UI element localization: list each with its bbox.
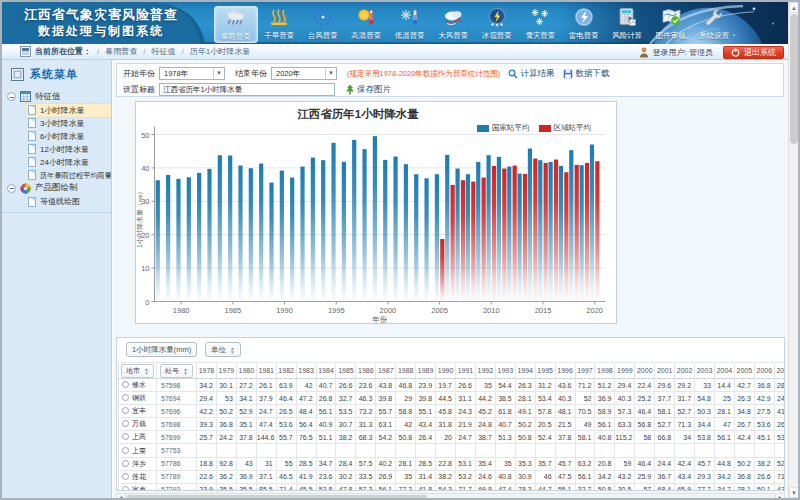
toolbar-item-map-review[interactable]: 图件审核 xyxy=(649,6,693,43)
toolbar-item-high-temp[interactable]: 高温普查 xyxy=(345,6,389,43)
toolbar-item-drought[interactable]: 干旱普查 xyxy=(258,6,302,43)
column-header-year[interactable]: 1990 xyxy=(436,363,456,379)
column-header-year[interactable]: 1995 xyxy=(535,363,555,379)
column-header-year[interactable]: 1986 xyxy=(356,363,376,379)
legend-label[interactable]: 区域站平均 xyxy=(554,123,592,133)
breadcrumb-item[interactable]: 暴雨普查 xyxy=(105,47,137,56)
row-radio-button[interactable] xyxy=(122,473,129,480)
scroll-down-arrow-icon[interactable]: ▼ xyxy=(789,487,799,498)
tree-group-product-mapping[interactable]: 产品图绘制 xyxy=(2,182,111,196)
station-name-cell[interactable]: 宜丰 xyxy=(119,405,157,418)
legend-chip[interactable] xyxy=(477,125,489,132)
station-name-cell[interactable]: 铜鼓 xyxy=(119,392,157,405)
legend-chip[interactable] xyxy=(539,125,551,132)
column-header-year[interactable]: 2003 xyxy=(695,363,715,379)
tree-item[interactable]: 历年暴雨过程平均雨量 xyxy=(26,169,111,182)
column-header-year[interactable]: 1989 xyxy=(416,363,436,379)
station-name-cell[interactable]: 宜春 xyxy=(119,483,157,490)
column-header-year[interactable]: 2004 xyxy=(714,363,734,379)
row-radio-button[interactable] xyxy=(122,394,129,401)
column-header-year[interactable]: 1988 xyxy=(396,363,416,379)
station-name-cell[interactable]: 萍乡 xyxy=(119,457,157,470)
logout-button[interactable]: 退出系统 xyxy=(723,46,784,59)
legend-label[interactable]: 国家站平均 xyxy=(492,123,530,133)
column-header-year[interactable]: 1979 xyxy=(216,363,236,379)
start-year-select[interactable]: 1978年▼ xyxy=(159,67,225,80)
scroll-left-arrow-icon[interactable]: ◄ xyxy=(117,494,126,500)
row-radio-button[interactable] xyxy=(122,486,129,490)
tree-item[interactable]: 1小时降水量 xyxy=(26,104,111,117)
column-header-year[interactable]: 1993 xyxy=(495,363,515,379)
column-header-year[interactable]: 2001 xyxy=(655,363,675,379)
column-header-year[interactable]: 1998 xyxy=(595,363,615,379)
row-radio-button[interactable] xyxy=(122,407,129,414)
tree-item[interactable]: 12小时降水量 xyxy=(26,143,111,156)
station-name-cell[interactable]: 莲花 xyxy=(119,470,157,483)
table-horizontal-scrollbar[interactable]: ◄ ► xyxy=(116,493,785,500)
toolbar-item-typhoon[interactable]: 台风普查 xyxy=(301,6,345,43)
column-header-year[interactable]: 2006 xyxy=(754,363,774,379)
tree-item[interactable]: 等值线绘图 xyxy=(26,195,111,208)
column-header-year[interactable]: 1992 xyxy=(475,363,495,379)
column-header-year[interactable]: 1983 xyxy=(296,363,316,379)
tree-group-characteristic-values[interactable]: 特征值 xyxy=(2,90,111,104)
tree-expander-icon[interactable] xyxy=(7,92,16,101)
row-radio-button[interactable] xyxy=(122,381,129,388)
column-header-year[interactable]: 2000 xyxy=(635,363,655,379)
station-name-cell[interactable]: 上栗 xyxy=(119,444,157,457)
station-name-cell[interactable]: 修水 xyxy=(119,379,157,392)
column-header-year[interactable]: 1991 xyxy=(455,363,475,379)
row-radio-button[interactable] xyxy=(122,460,129,467)
scroll-up-arrow-icon[interactable]: ▲ xyxy=(789,2,799,13)
column-header-year[interactable]: 1984 xyxy=(316,363,336,379)
column-header-year[interactable]: 2005 xyxy=(734,363,754,379)
value-cell: 77.7 xyxy=(695,483,715,490)
tree-item[interactable]: 6小时降水量 xyxy=(26,130,111,143)
toolbar-item-wind[interactable]: 大风普查 xyxy=(432,6,476,43)
window-vertical-scrollbar[interactable]: ▲ ▼ xyxy=(788,2,798,498)
table-sort-box[interactable]: 单位 ▲▼ xyxy=(205,342,241,357)
column-header-year[interactable]: 1996 xyxy=(555,363,575,379)
column-header-year[interactable]: 2007 xyxy=(774,363,784,379)
column-header-city[interactable]: 地市▲▼ xyxy=(119,363,157,379)
scroll-right-arrow-icon[interactable]: ► xyxy=(775,494,784,500)
column-header-year[interactable]: 1999 xyxy=(615,363,635,379)
chart-title-input[interactable] xyxy=(159,83,335,96)
tree-item[interactable]: 3小时降水量 xyxy=(26,117,111,130)
breadcrumb-item[interactable]: 历年1小时降水量 xyxy=(190,47,250,56)
calculate-button[interactable]: 计算结果 xyxy=(508,68,554,80)
toolbar-item-rainstorm[interactable]: 暴雨普查 xyxy=(214,6,258,43)
download-button[interactable]: 数据下载 xyxy=(563,68,609,80)
hscroll-thumb[interactable] xyxy=(127,495,427,499)
toolbar-item-hail[interactable]: 冰雹普查 xyxy=(475,6,519,43)
row-radio-button[interactable] xyxy=(122,433,129,440)
column-header-station[interactable]: 站号▲▼ xyxy=(157,363,197,379)
row-radio-button[interactable] xyxy=(122,447,129,454)
end-year-select[interactable]: 2020年▼ xyxy=(271,67,337,80)
column-header-year[interactable]: 1987 xyxy=(376,363,396,379)
toolbar-item-settings[interactable]: 系统设置 xyxy=(693,6,737,43)
column-header-year[interactable]: 1980 xyxy=(236,363,256,379)
row-radio-button[interactable] xyxy=(122,420,129,427)
column-header-year[interactable]: 1982 xyxy=(276,363,296,379)
x-axis-label: 年份 xyxy=(371,315,388,324)
column-header-year[interactable]: 2002 xyxy=(675,363,695,379)
vscroll-thumb[interactable] xyxy=(790,14,798,144)
column-header-year[interactable]: 1985 xyxy=(336,363,356,379)
tree-item[interactable]: 24小时降水量 xyxy=(26,156,111,169)
table-unit-box[interactable]: 1小时降水量(mm) xyxy=(126,342,197,357)
column-header-year[interactable]: 1997 xyxy=(575,363,595,379)
column-header-year[interactable]: 1994 xyxy=(515,363,535,379)
toolbar-item-snow[interactable]: 雪灾普查 xyxy=(519,6,563,43)
toolbar-item-low-temp[interactable]: 低温普查 xyxy=(388,6,432,43)
station-name-cell[interactable]: 上高 xyxy=(119,431,157,444)
breadcrumb-item[interactable]: 特征值 xyxy=(151,47,175,56)
column-header-year[interactable]: 1981 xyxy=(256,363,276,379)
toolbar-item-lightning[interactable]: 雷电普查 xyxy=(562,6,606,43)
tree-expander-icon[interactable] xyxy=(7,184,16,193)
toolbar-item-calculator[interactable]: 风险计算 xyxy=(606,6,650,43)
station-name-cell[interactable]: 万载 xyxy=(119,418,157,431)
column-header-year[interactable]: 1978 xyxy=(197,363,217,379)
save-image-button[interactable]: 保存图片 xyxy=(345,84,391,96)
bar-chart: 江西省历年1小时降水量010203040501小时降水量（㎜）198019851… xyxy=(136,102,616,323)
